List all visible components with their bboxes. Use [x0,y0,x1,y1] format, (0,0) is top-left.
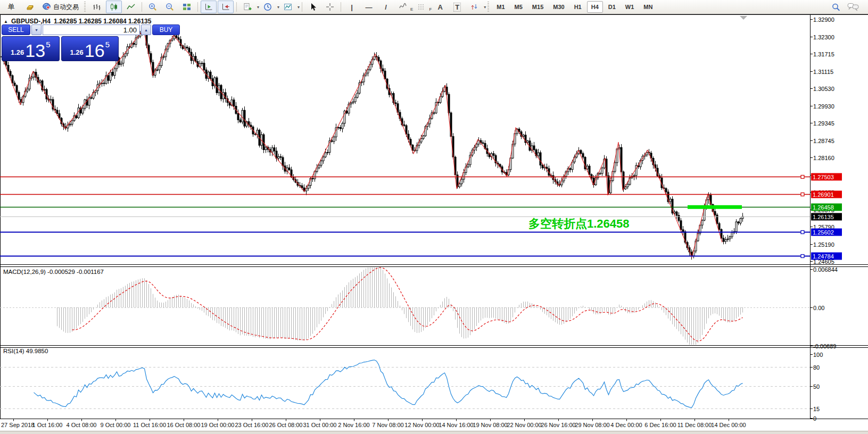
volume-increase-button[interactable]: ▲ [141,24,151,35]
periods-button[interactable] [260,1,276,13]
toolbar-group-trade: 单 自动交易 [1,0,82,14]
search-button[interactable] [828,1,844,13]
arrow-objects-button[interactable] [466,1,482,13]
timeframe-toolbar: M1M5M15M30H1H4D1W1MN [492,0,657,14]
svg-text:50: 50 [813,383,820,390]
svg-text:11 Dec 08:00: 11 Dec 08:00 [677,422,712,428]
svg-text:1.29345: 1.29345 [813,120,834,127]
zoom-out-button[interactable] [162,1,178,13]
svg-text:9 Oct 00:00: 9 Oct 00:00 [101,422,131,428]
sell-price-pip: 5 [46,38,50,49]
timeframe-w1[interactable]: W1 [621,1,639,13]
svg-text:2 Nov 16:00: 2 Nov 16:00 [338,422,369,428]
toolbar-group-scroll [200,0,234,14]
toolbar-right-group [828,1,862,13]
svg-text:1.29930: 1.29930 [813,103,834,110]
add-indicator-button[interactable] [239,1,255,13]
gold-icon[interactable] [22,1,38,13]
svg-text:MACD(12,26,9) -0.000529 -0.001: MACD(12,26,9) -0.000529 -0.001167 [3,269,104,275]
toolbar-grip [487,2,489,12]
svg-text:27 Sep 2018: 27 Sep 2018 [1,422,34,428]
trend-line-button[interactable]: / [378,1,394,13]
svg-text:12 Nov 00:00: 12 Nov 00:00 [404,422,439,428]
svg-text:19 Oct 00:00: 19 Oct 00:00 [201,422,235,428]
robot-icon [42,2,51,12]
svg-text:16 Oct 08:00: 16 Oct 08:00 [167,422,201,428]
timeframe-m5[interactable]: M5 [510,1,527,13]
toolbar-separator [341,2,341,12]
chevron-down-icon[interactable]: ▾ [297,5,300,10]
svg-text:11 Oct 16:00: 11 Oct 16:00 [133,422,166,428]
svg-text:14 Nov 16:00: 14 Nov 16:00 [439,422,473,428]
ohlc-quotes-label: 1.26285 1.26285 1.26084 1.26135 [54,18,152,25]
candlestick-chart-button[interactable] [106,1,122,13]
toolbar-separator [197,2,198,12]
svg-text:31 Oct 00:00: 31 Oct 00:00 [303,422,337,428]
svg-text:0.00: 0.00 [813,305,824,311]
timeframe-h4[interactable]: H4 [587,1,603,13]
svg-text:4 Oct 08:00: 4 Oct 08:00 [67,422,97,428]
fibonacci-button[interactable] [414,1,429,13]
svg-text:1.31715: 1.31715 [813,51,834,57]
svg-text:7 Nov 08:00: 7 Nov 08:00 [372,422,403,428]
svg-text:1.26458: 1.26458 [813,204,834,211]
crosshair-button[interactable] [322,1,338,13]
new-order-button[interactable]: 单 [2,1,21,13]
svg-text:0.006844: 0.006844 [813,266,838,273]
chevron-down-icon[interactable]: ▾ [484,5,486,10]
zoom-in-button[interactable] [145,1,161,13]
timeframe-m30[interactable]: M30 [549,1,568,13]
svg-text:1.26135: 1.26135 [813,214,834,220]
buy-quote-panel[interactable]: 1.26 16 5 [61,36,119,61]
sell-quote-panel[interactable]: 1.26 13 5 [2,36,60,61]
svg-text:1.31115: 1.31115 [813,69,833,75]
toolbar: 单 自动交易 ▾ ▾ ▾ | — / E F A T ▾ M1M5M1 [0,0,868,14]
svg-text:-0.00689: -0.00689 [813,343,836,349]
new-order-label: 单 [8,2,15,12]
svg-text:26 Oct 08:00: 26 Oct 08:00 [269,422,303,428]
buy-price-prefix: 1.26 [70,48,84,56]
horizontal-line-button[interactable]: — [361,1,377,13]
svg-text:1.30530: 1.30530 [813,86,834,92]
chat-button[interactable] [845,1,861,13]
toolbar-group-zoom [144,0,195,14]
svg-text:RSI(14) 49.9850: RSI(14) 49.9850 [3,348,48,354]
auto-scroll-button[interactable] [201,1,217,13]
svg-text:1.25190: 1.25190 [813,241,834,248]
svg-text:1.28160: 1.28160 [813,155,834,161]
buy-button[interactable]: BUY [152,24,180,35]
text-button[interactable]: A [432,1,448,13]
chart-shift-button[interactable] [218,1,234,13]
timeframe-m15[interactable]: M15 [528,1,548,13]
vertical-line-button[interactable]: | [344,1,360,13]
timeframe-h1[interactable]: H1 [570,1,586,13]
line-chart-button[interactable] [123,1,139,13]
bar-chart-button[interactable] [89,1,105,13]
timeframe-d1[interactable]: D1 [604,1,620,13]
toolbar-group-charttype [88,0,139,14]
chevron-down-icon[interactable]: ▾ [277,5,279,10]
symbol-marker-icon: ▲ [4,19,8,24]
tile-windows-button[interactable] [179,1,195,13]
sell-button[interactable]: SELL [2,24,30,35]
svg-text:1.28745: 1.28745 [813,138,834,144]
autotrading-button[interactable]: 自动交易 [39,1,82,13]
elliott-wave-button[interactable] [395,1,411,13]
toolbar-separator [236,2,237,12]
cursor-button[interactable] [305,1,321,13]
svg-text:1.32900: 1.32900 [813,16,834,23]
text-label-button[interactable]: T [449,1,465,13]
chart-canvas[interactable]: 1.329001.323001.317151.311151.305301.299… [0,0,868,434]
toolbar-group-insert: ▾ ▾ ▾ [239,0,300,14]
volume-decrease-button[interactable]: ▼ [31,24,42,35]
svg-text:26 Nov 16:00: 26 Nov 16:00 [541,422,575,428]
svg-text:19 Nov 08:00: 19 Nov 08:00 [473,422,507,428]
chevron-down-icon[interactable]: ▾ [257,5,259,10]
timeframe-m1[interactable]: M1 [492,1,509,13]
timeframe-mn[interactable]: MN [639,1,657,13]
volume-input[interactable] [43,24,140,35]
templates-button[interactable] [280,1,296,13]
svg-text:1 Oct 16:00: 1 Oct 16:00 [32,422,63,428]
chart-title: ▲ GBPUSD-,H4 1.26285 1.26285 1.26084 1.2… [4,18,151,25]
sell-price-big: 13 [25,41,45,60]
